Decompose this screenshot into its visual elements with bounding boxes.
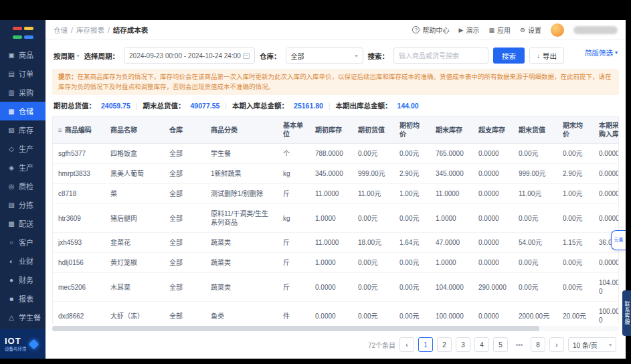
table-cell: 0.00元 [557, 253, 594, 273]
delivery-icon: ▩ [7, 220, 15, 227]
iot-logo-icon [28, 339, 39, 349]
table-cell: 11.0000 [310, 233, 353, 253]
table-cell: dxd8662 [53, 302, 105, 324]
breadcrumb-link[interactable]: 仓储 [54, 25, 68, 35]
column-header-label: 商品编码 [65, 126, 92, 134]
table-cell: 0.0000 [594, 253, 619, 273]
sidebar-item-label: 生产 [19, 143, 33, 154]
scrollbar-thumb[interactable] [52, 326, 539, 331]
export-button[interactable]: ↓ 导出 [529, 48, 564, 64]
prev-page-button[interactable]: ‹ [399, 337, 414, 352]
demo-menu-item[interactable]: ▶演示 [458, 25, 479, 35]
sidebar-item-label: 配送 [19, 218, 33, 229]
table-cell: 0.00元 [394, 253, 430, 273]
table-cell: jxh4593 [53, 233, 105, 253]
warehouse-select[interactable]: 全部 ▾ [286, 48, 363, 64]
action-label: 帮助中心 [422, 25, 449, 35]
table-cell: 学生餐 [205, 144, 278, 164]
search-button[interactable]: 搜索 [493, 48, 525, 64]
sidebar-item-student-meal[interactable]: △学生餐 [0, 308, 46, 327]
table-cell: 345.0000 [310, 164, 353, 184]
page-button-1[interactable]: 1 [418, 337, 433, 352]
column-settings-icon[interactable]: ≡ [58, 126, 62, 134]
iot-subtitle: 设备与环境 [5, 347, 27, 351]
inventory-icon: ▧ [7, 126, 15, 134]
sidebar-item-inventory[interactable]: ▧库存 [0, 120, 46, 139]
total-value: 25161.80 [294, 102, 323, 110]
column-header-label: 期初均价 [399, 122, 420, 138]
horizontal-scrollbar [52, 326, 619, 331]
table-cell: 四格饭盒 [105, 144, 164, 164]
table-cell: 0.00元 [353, 144, 394, 164]
table-row: sgfh5377四格饭盒全部学生餐个788.00000.00元0.00元765.… [53, 144, 619, 164]
page-size-select[interactable]: 10 条/页 ▾ [568, 337, 616, 352]
total-count: 72个条目 [368, 340, 395, 350]
table-cell: 765.0000 [430, 144, 473, 164]
sidebar-item-biz-finance[interactable]: ◐业财 [0, 252, 46, 270]
breadcrumb: 仓储/库存报表/结存成本表 [54, 25, 148, 35]
sidebar-item-order[interactable]: ▤订单 [0, 64, 46, 83]
table-cell: 斤 [278, 233, 310, 253]
search-label: 搜索： [368, 51, 389, 61]
logo-bar [24, 27, 33, 30]
floating-side-badge[interactable]: 元素 [611, 230, 626, 250]
apps-menu-item[interactable]: ▦应用 [488, 25, 511, 35]
table-cell: 0.00元 [394, 273, 430, 302]
notice-text: 在某商品库存为负的情况下，库存均价会在该商品第一次入库时更新为此次入库的入库单价… [58, 73, 612, 90]
contact-service-tab[interactable]: 联系客服 [622, 290, 631, 336]
table-cell: 0.00元 [353, 253, 394, 273]
table-cell: 斤 [278, 273, 310, 302]
sidebar-item-report[interactable]: ■报表 [0, 289, 46, 308]
table-cell: 0.0000 [310, 273, 353, 302]
breadcrumb-separator: / [71, 26, 73, 34]
production-icon: ◇ [7, 145, 15, 153]
page-button-5[interactable]: 5 [493, 337, 508, 352]
date-range-input[interactable]: 2024-09-23 00:00 - 2024-10-24 24:00 [124, 48, 255, 64]
period-mode-select[interactable]: 按周期 ▾ [54, 51, 80, 61]
action-label: 应用 [497, 25, 511, 35]
table-cell: 20.00元 [557, 302, 594, 324]
table-cell: 蔬菜类 [205, 253, 278, 273]
table-cell: 1.0000 [430, 204, 473, 233]
sidebar-item-label: 分拣 [19, 199, 33, 210]
sidebar-item-finance[interactable]: ●财务 [0, 270, 46, 289]
sidebar-menu: ▣商品▤订单▥采购▦仓储▧库存◇生产◈生产◎质检▨分拣▩配送○客户◐业财●财务■… [0, 43, 46, 329]
page-button-4[interactable]: 4 [474, 337, 489, 352]
table-cell: 1新鲜蔬果 [205, 164, 278, 184]
sidebar-item-production[interactable]: ◇生产 [0, 139, 46, 158]
next-page-button[interactable]: › [549, 337, 564, 352]
app-logo [0, 20, 46, 43]
table-cell: hmrpt3833 [53, 164, 105, 184]
page-button-2[interactable]: 2 [437, 337, 452, 352]
table-cell: 0.00元 [557, 273, 594, 302]
avatar[interactable] [551, 23, 564, 37]
search-input[interactable] [393, 48, 488, 64]
total-value: 49077.55 [191, 102, 220, 110]
sidebar-item-customer[interactable]: ○客户 [0, 233, 46, 252]
total-label: 本期出库总金额： [336, 100, 392, 110]
sidebar-item-sorting[interactable]: ▨分拣 [0, 195, 46, 214]
column-header: 期末货值 [513, 116, 557, 144]
table-cell: kg [278, 204, 310, 233]
sidebar-item-warehouse[interactable]: ▦仓储 [0, 102, 46, 120]
breadcrumb-link[interactable]: 库存报表 [76, 25, 104, 35]
table-cell: 斤 [278, 253, 310, 273]
quick-filter-toggle[interactable]: 简版筛选 ▾ [585, 48, 618, 58]
help-menu-item[interactable]: ?帮助中心 [412, 25, 449, 35]
breadcrumb-current: 结存成本表 [113, 25, 149, 35]
table-cell: 全部 [164, 273, 205, 302]
table-cell: 菜 [105, 184, 164, 204]
sidebar-item-product[interactable]: ▣商品 [0, 46, 46, 64]
page-button-3[interactable]: 3 [456, 337, 470, 352]
sidebar-item-quality[interactable]: ◎质检 [0, 177, 46, 195]
settings-menu-item[interactable]: ⚙设置 [520, 25, 541, 35]
calendar-icon [243, 53, 250, 59]
page-button-8[interactable]: 8 [531, 337, 545, 352]
table-cell: 0.0000 [594, 164, 619, 184]
table-cell: 2.90元 [557, 164, 594, 184]
filter-bar: 按周期 ▾ 选择周期： 2024-09-23 00:00 - 2024-10-2… [52, 44, 619, 69]
table-cell: 1.00元 [557, 184, 594, 204]
sidebar-item-production-2[interactable]: ◈生产 [0, 158, 46, 177]
sidebar-item-delivery[interactable]: ▩配送 [0, 214, 46, 233]
sidebar-item-purchase[interactable]: ▥采购 [0, 83, 46, 102]
